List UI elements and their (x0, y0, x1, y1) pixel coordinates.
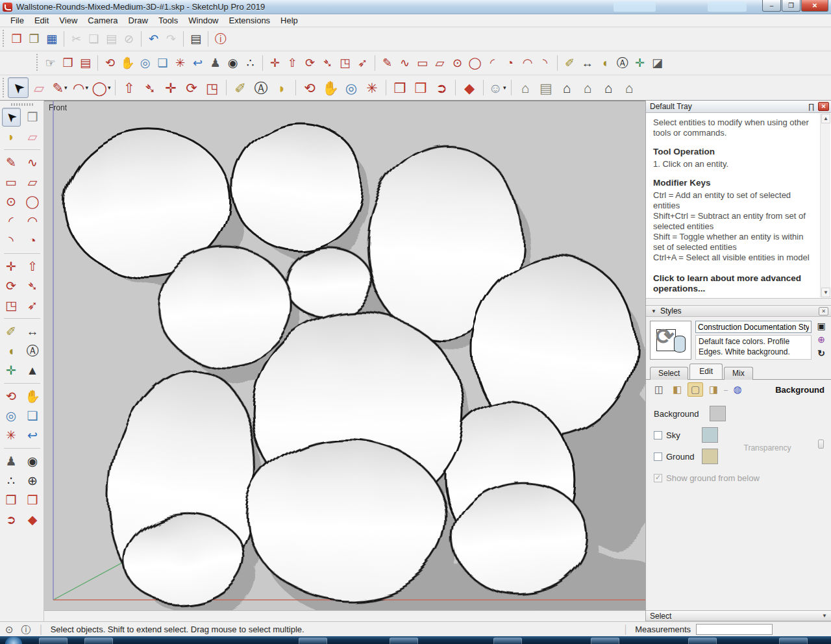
arc-icon[interactable]: ◜ (2, 212, 21, 230)
taskbar-app-icon[interactable] (390, 638, 418, 644)
menu-view[interactable]: View (54, 14, 82, 27)
arc-icon[interactable]: ◜ (484, 55, 501, 72)
collapsed-tab-arrow-icon[interactable]: ▼ (822, 613, 827, 619)
position-camera-icon[interactable]: ♟ (2, 452, 21, 471)
taskbar-app-icon[interactable] (591, 638, 619, 644)
collapsed-tray-tab[interactable]: Select ▼ (646, 610, 831, 621)
close-button[interactable]: ✕ (801, 0, 828, 12)
tape-measure-icon[interactable]: ✐ (230, 77, 251, 98)
arc-icon[interactable]: ◠▾ (70, 77, 91, 98)
scale-icon[interactable]: ◳ (202, 77, 223, 98)
pin-icon[interactable]: ∏ (805, 102, 818, 111)
look-around-icon[interactable]: ◉ (23, 452, 42, 471)
dropdown-arrow-icon[interactable]: ▾ (85, 84, 88, 91)
scroll-up-icon[interactable]: ▲ (821, 114, 830, 123)
watermark-settings-icon[interactable]: ◨ (706, 382, 721, 397)
secondary-pane-icon[interactable]: ▣ (817, 321, 825, 330)
text-icon[interactable]: Ⓐ (251, 77, 271, 98)
section-plane-icon[interactable]: ◪ (649, 55, 666, 72)
edge-settings-icon[interactable]: ◫ (651, 382, 667, 397)
modeling-settings-icon[interactable]: ◍ (730, 382, 745, 397)
protractor-icon[interactable]: ◖ (596, 55, 614, 72)
background-color-swatch[interactable] (710, 406, 726, 421)
pan-icon[interactable]: ✋ (320, 77, 341, 98)
tab-select[interactable]: Select (650, 367, 688, 380)
push-pull-icon[interactable]: ⇧ (23, 257, 42, 276)
dropdown-arrow-icon[interactable]: ▾ (64, 84, 68, 91)
follow-me-icon[interactable]: ➴ (319, 55, 336, 72)
iso-view-icon[interactable]: ⌂ (515, 77, 536, 98)
rotate-icon[interactable]: ⟳ (301, 55, 319, 72)
select-tool-icon[interactable]: ☞ (42, 55, 59, 72)
line-icon[interactable]: ✎ (2, 153, 21, 172)
model-info-icon[interactable]: ⓘ (212, 31, 229, 48)
start-orb-icon[interactable] (5, 637, 22, 644)
tab-edit[interactable]: Edit (689, 364, 723, 379)
minimize-button[interactable]: – (762, 0, 781, 12)
sky-checkbox[interactable] (654, 431, 662, 440)
paint-bucket-icon[interactable]: ◗ (271, 77, 292, 98)
eraser-icon[interactable]: ▱ (23, 127, 42, 146)
right-view-icon[interactable]: ⌂ (619, 77, 639, 98)
redo-icon[interactable]: ↷ (162, 31, 180, 48)
new-icon[interactable]: ❒ (8, 31, 25, 48)
shapes-icon[interactable]: ◯▾ (91, 77, 112, 98)
paste-icon[interactable]: ▤ (103, 31, 120, 48)
ground-color-swatch[interactable] (702, 449, 718, 464)
3d-text-icon[interactable]: ▲ (23, 361, 42, 380)
toolbar-grip[interactable] (2, 78, 5, 97)
back-view-icon[interactable]: ⌂ (577, 77, 598, 98)
face-settings-icon[interactable]: ◧ (669, 382, 685, 397)
taskbar-app-icon[interactable] (688, 638, 717, 644)
push-pull-icon[interactable]: ⇧ (284, 55, 301, 72)
orbit-icon[interactable]: ⟲ (101, 55, 119, 72)
taskbar-app-icon[interactable] (39, 638, 68, 644)
model-canvas[interactable] (44, 101, 645, 610)
line-icon[interactable]: ✎ (378, 55, 396, 72)
protractor-icon[interactable]: ◖ (2, 341, 21, 360)
show-ground-below-checkbox[interactable] (654, 474, 662, 482)
zoom-window-icon[interactable]: ❏ (154, 55, 171, 72)
dropdown-arrow-icon[interactable]: ▾ (503, 84, 506, 91)
orbit-icon[interactable]: ⟲ (2, 387, 21, 406)
tape-measure-icon[interactable]: ✐ (2, 322, 21, 341)
scroll-down-icon[interactable]: ▼ (821, 288, 830, 297)
rotate-icon[interactable]: ⟳ (181, 77, 202, 98)
cut-icon[interactable]: ✂ (68, 31, 85, 48)
save-icon[interactable]: ▦ (43, 31, 60, 48)
axes-icon[interactable]: ✛ (631, 55, 649, 72)
menu-help[interactable]: Help (275, 14, 303, 27)
select-tool-button[interactable]: ➤ (2, 108, 21, 127)
user-account-icon[interactable]: ☺▾ (487, 77, 508, 98)
offset-icon[interactable]: ➶ (354, 55, 371, 72)
rotated-rectangle-icon[interactable]: ▱ (431, 55, 449, 72)
taskbar-app-icon[interactable] (299, 638, 327, 644)
sky-color-swatch[interactable] (702, 427, 718, 443)
3d-warehouse-icon[interactable]: ❒ (2, 491, 21, 510)
menu-window[interactable]: Window (183, 14, 223, 27)
move-icon[interactable]: ✛ (2, 257, 21, 276)
freehand-icon[interactable]: ∿ (23, 153, 42, 172)
collapse-triangle-icon[interactable]: ▼ (651, 308, 656, 314)
scale-icon[interactable]: ◳ (336, 55, 354, 72)
pan-icon[interactable]: ✋ (23, 387, 42, 406)
share-component-icon[interactable]: ➲ (2, 510, 21, 529)
dropdown-arrow-icon[interactable]: ▾ (108, 84, 111, 91)
line-icon[interactable]: ✎▾ (49, 77, 70, 98)
extension-warehouse-icon[interactable]: ◆ (23, 510, 42, 529)
pie-icon[interactable]: ◔ (501, 55, 519, 72)
styles-close-icon[interactable]: ✕ (819, 307, 828, 316)
print-icon[interactable]: ▤ (187, 31, 205, 48)
make-component-icon[interactable]: ❒ (59, 55, 77, 72)
taskbar-app-icon[interactable] (493, 638, 522, 644)
menu-tools[interactable]: Tools (153, 14, 183, 27)
circle-icon[interactable]: ⊙ (2, 192, 21, 211)
component-options-icon[interactable]: ▤ (77, 55, 94, 72)
instructor-scrollbar[interactable]: ▲ ▼ (820, 114, 830, 297)
update-style-icon[interactable]: ↻ (817, 349, 825, 358)
style-name-input[interactable] (695, 321, 812, 333)
rectangle-icon[interactable]: ▭ (2, 173, 21, 192)
ground-checkbox[interactable] (654, 452, 662, 461)
menu-edit[interactable]: Edit (29, 14, 54, 27)
paint-bucket-icon[interactable]: ◗ (2, 127, 21, 146)
